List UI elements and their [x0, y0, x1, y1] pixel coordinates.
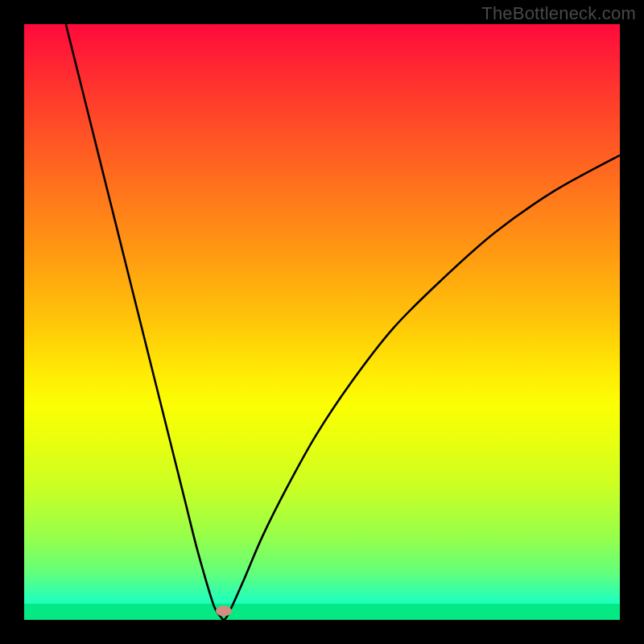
optimum-marker [216, 605, 232, 616]
watermark-text: TheBottleneck.com [481, 3, 636, 24]
curve-svg [24, 24, 620, 620]
bottleneck-curve [66, 24, 620, 620]
chart-container: TheBottleneck.com [0, 0, 644, 644]
plot-area [24, 24, 620, 620]
